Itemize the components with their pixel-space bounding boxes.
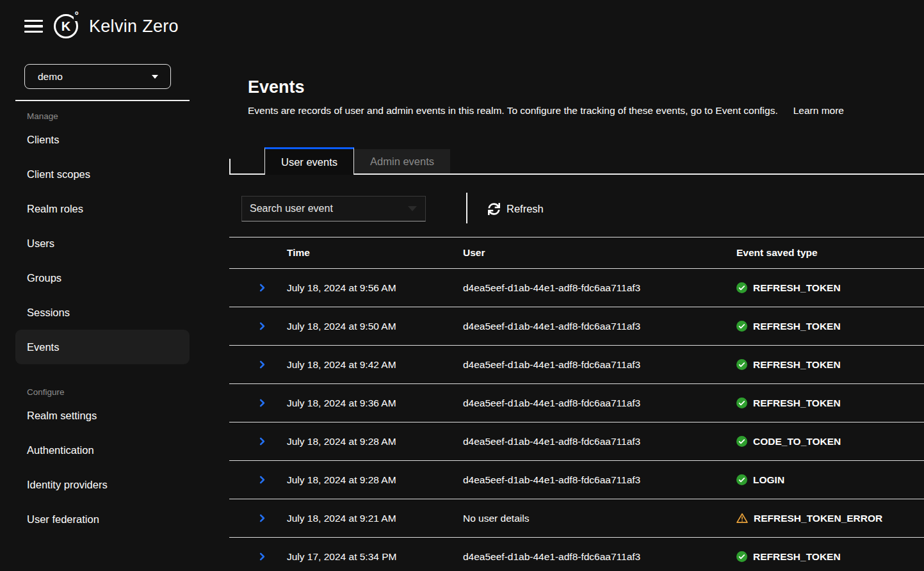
chevron-right-icon [257,475,267,485]
chevron-right-icon [257,398,267,408]
event-time: July 18, 2024 at 9:56 AM [287,282,463,294]
page-title: Events [248,77,924,97]
event-time: July 18, 2024 at 9:42 AM [287,359,463,371]
sidebar-item-events[interactable]: Events [15,330,190,364]
search-input[interactable] [242,203,408,214]
sidebar-item-user-federation[interactable]: User federation [15,502,190,536]
event-type-label: REFRESH_TOKEN_ERROR [754,513,882,524]
success-icon [736,282,747,293]
expander-cell [229,398,287,408]
brand-logo-letter: K [61,19,70,34]
table-row: July 18, 2024 at 9:28 AMd4ea5eef-d1ab-44… [229,422,924,461]
chevron-right-icon [257,360,267,369]
success-icon [736,551,747,562]
row-expander-button[interactable] [257,513,267,523]
chevron-right-icon [257,321,267,331]
page-description: Events are records of user and admin eve… [248,104,924,118]
event-time: July 18, 2024 at 9:36 AM [287,398,463,409]
events-table: Time User Event saved type July 18, 2024… [229,237,924,571]
event-time: July 18, 2024 at 9:28 AM [287,474,463,486]
expander-cell [229,552,287,561]
sidebar: K ° Kelvin Zero demo ManageClientsClient… [0,0,205,571]
events-toolbar: Refresh [229,175,924,237]
sidebar-item-identity-providers[interactable]: Identity providers [15,467,190,502]
nav-section-label: Configure [27,387,205,397]
event-type-label: REFRESH_TOKEN [753,282,841,294]
brand-logo: K ° [54,14,78,38]
event-type-cell: REFRESH_TOKEN [736,359,924,371]
row-expander-button[interactable] [257,398,267,408]
event-type-cell: REFRESH_TOKEN [736,321,924,332]
event-type-cell: LOGIN [736,474,924,486]
page-description-text: Events are records of user and admin eve… [248,105,778,116]
event-type-label: CODE_TO_TOKEN [753,436,841,447]
event-user: d4ea5eef-d1ab-44e1-adf8-fdc6aa711af3 [463,436,736,447]
table-row: July 18, 2024 at 9:36 AMd4ea5eef-d1ab-44… [229,384,924,422]
brand-logo-degree: ° [74,11,80,21]
event-user: d4ea5eef-d1ab-44e1-adf8-fdc6aa711af3 [463,359,736,371]
search-caret-down-icon[interactable] [408,206,417,211]
main-content: Events Events are records of user and ad… [229,0,924,571]
event-type-label: LOGIN [753,474,784,486]
sidebar-item-groups[interactable]: Groups [15,261,190,295]
column-header-event-saved-type: Event saved type [736,247,924,259]
event-type-cell: REFRESH_TOKEN_ERROR [736,513,924,524]
sidebar-item-realm-settings[interactable]: Realm settings [15,398,190,433]
tab-user-events[interactable]: User events [264,147,354,175]
success-icon [736,436,747,447]
sidebar-item-sessions[interactable]: Sessions [15,295,190,330]
sidebar-item-realm-roles[interactable]: Realm roles [15,191,190,226]
event-user: d4ea5eef-d1ab-44e1-adf8-fdc6aa711af3 [463,282,736,294]
sidebar-item-client-scopes[interactable]: Client scopes [15,157,190,191]
event-time: July 18, 2024 at 9:28 AM [287,436,463,447]
event-user: No user details [463,513,736,524]
event-type-label: REFRESH_TOKEN [753,321,841,332]
toolbar-divider [466,193,467,223]
row-expander-button[interactable] [257,552,267,561]
table-row: July 18, 2024 at 9:50 AMd4ea5eef-d1ab-44… [229,307,924,346]
sidebar-item-clients[interactable]: Clients [15,122,190,157]
event-type-cell: CODE_TO_TOKEN [736,436,924,447]
expander-cell [229,437,287,446]
hamburger-menu-icon[interactable] [24,20,43,33]
sidebar-item-authentication[interactable]: Authentication [15,433,190,467]
nav-section-configure: ConfigureRealm settingsAuthenticationIde… [0,387,205,536]
row-expander-button[interactable] [257,437,267,446]
event-user: d4ea5eef-d1ab-44e1-adf8-fdc6aa711af3 [463,551,736,563]
expander-cell [229,475,287,485]
table-row: July 18, 2024 at 9:21 AMNo user detailsR… [229,499,924,538]
table-row: July 18, 2024 at 9:42 AMd4ea5eef-d1ab-44… [229,346,924,384]
event-type-label: REFRESH_TOKEN [753,551,841,563]
warning-icon [736,513,748,524]
success-icon [736,474,747,485]
table-row: July 17, 2024 at 5:34 PMd4ea5eef-d1ab-44… [229,538,924,571]
tab-strip-filler [450,147,924,175]
row-expander-button[interactable] [257,321,267,331]
event-type-label: REFRESH_TOKEN [753,359,841,371]
event-user: d4ea5eef-d1ab-44e1-adf8-fdc6aa711af3 [463,321,736,332]
event-time: July 18, 2024 at 9:50 AM [287,321,463,332]
row-expander-button[interactable] [257,283,267,293]
row-expander-button[interactable] [257,360,267,369]
event-time: July 17, 2024 at 5:34 PM [287,551,463,563]
tab-strip: User eventsAdmin events [229,147,924,175]
column-header-time: Time [287,247,463,259]
row-expander-button[interactable] [257,475,267,485]
nav-section-manage: ManageClientsClient scopesRealm rolesUse… [0,111,205,364]
table-row: July 18, 2024 at 9:28 AMd4ea5eef-d1ab-44… [229,461,924,499]
chevron-right-icon [257,437,267,446]
event-user: d4ea5eef-d1ab-44e1-adf8-fdc6aa711af3 [463,474,736,486]
realm-selector[interactable]: demo [24,64,171,89]
success-icon [736,359,747,370]
nav-section-label: Manage [27,111,205,121]
column-header-user: User [463,247,736,259]
tab-admin-events[interactable]: Admin events [354,149,450,175]
chevron-right-icon [257,283,267,293]
success-icon [736,321,747,332]
expander-cell [229,321,287,331]
expander-cell [229,360,287,369]
learn-more-link[interactable]: Learn more [793,105,844,116]
chevron-right-icon [257,552,267,561]
refresh-button[interactable]: Refresh [488,196,544,221]
sidebar-item-users[interactable]: Users [15,226,190,261]
